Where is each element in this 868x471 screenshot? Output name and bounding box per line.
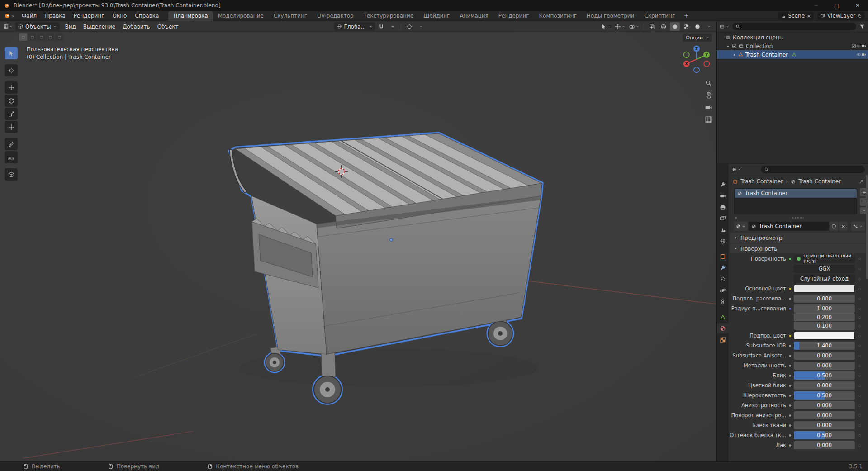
menu-file[interactable]: Файл: [18, 11, 41, 21]
node-tree-button[interactable]: [851, 222, 865, 231]
transform-orientation-dropdown[interactable]: Глоба...: [334, 22, 375, 31]
gizmo-z-negative[interactable]: [694, 67, 699, 72]
workspace-tab-4[interactable]: Текстурирование: [359, 11, 418, 21]
decorator-dot[interactable]: [859, 434, 861, 437]
workspace-tab-10[interactable]: Скриптинг: [639, 11, 680, 21]
value-slider[interactable]: 0.000: [794, 421, 855, 429]
workspace-tab-7[interactable]: Рендеринг: [493, 11, 534, 21]
value-slider[interactable]: 0.000: [794, 295, 855, 303]
pan-hand-icon[interactable]: [705, 91, 712, 99]
properties-tab-output[interactable]: [717, 202, 729, 212]
decorator-dot[interactable]: [859, 375, 861, 377]
value-slider[interactable]: 0.500: [794, 391, 855, 400]
shading-solid-button[interactable]: [670, 22, 680, 31]
properties-tab-tool[interactable]: [717, 179, 729, 190]
scene-selector[interactable]: Scene: [778, 12, 814, 20]
decorator-dot[interactable]: [859, 404, 861, 407]
scale-tool[interactable]: [5, 108, 18, 120]
color-swatch[interactable]: [794, 285, 855, 293]
properties-editor-type[interactable]: [732, 167, 742, 172]
surface-panel-header[interactable]: Поверхность: [730, 244, 867, 253]
gizmo-x-negative[interactable]: [704, 61, 709, 67]
select-mode-set[interactable]: [19, 33, 27, 41]
workspace-tab-0[interactable]: Планировка: [168, 11, 213, 21]
workspace-tab-3[interactable]: UV-редактор: [312, 11, 358, 21]
unlink-material-button[interactable]: [839, 222, 848, 231]
move-tool[interactable]: [5, 81, 18, 94]
workspace-tab-9[interactable]: Ноды геометрии: [582, 11, 640, 21]
decorator-dot[interactable]: [859, 395, 861, 397]
decorator-dot[interactable]: [859, 258, 861, 260]
properties-tab-render[interactable]: [717, 190, 729, 201]
slot-list-grip[interactable]: [734, 215, 857, 220]
gizmos-dropdown[interactable]: [614, 22, 626, 31]
options-dropdown[interactable]: Опции: [683, 34, 712, 42]
camera-view-icon[interactable]: [705, 104, 712, 111]
properties-tab-modifiers[interactable]: [717, 262, 729, 273]
mode-dropdown[interactable]: Объекты: [15, 22, 60, 31]
camera-toggle-icon[interactable]: [861, 52, 866, 57]
viewlayer-selector[interactable]: ViewLayer: [817, 12, 864, 20]
shading-settings[interactable]: [704, 22, 714, 31]
value-slider[interactable]: 0.000: [794, 401, 855, 409]
filter-funnel-icon[interactable]: [859, 24, 865, 30]
enum-dropdown[interactable]: GGX: [794, 265, 855, 273]
outliner-row-0[interactable]: Коллекция сцены: [717, 33, 868, 42]
3d-viewport[interactable]: Пользовательская перспектива (0) Collect…: [0, 32, 716, 461]
decorator-dot[interactable]: [859, 385, 861, 387]
properties-tab-scene[interactable]: [717, 224, 729, 235]
value-slider[interactable]: 0.000: [794, 381, 855, 390]
decorator-dot[interactable]: [859, 414, 861, 417]
close-button[interactable]: ✕: [847, 0, 868, 11]
viewport-menu-object[interactable]: Объект: [154, 24, 182, 30]
decorator-dot[interactable]: [859, 444, 861, 447]
shading-material-button[interactable]: [681, 22, 691, 31]
add-workspace-button[interactable]: +: [680, 11, 693, 21]
copy-icon[interactable]: [858, 14, 862, 18]
workspace-tab-8[interactable]: Композитинг: [534, 11, 582, 21]
decorator-dot[interactable]: [859, 288, 861, 290]
properties-tab-object-data[interactable]: [717, 312, 729, 322]
properties-tab-constraints[interactable]: [717, 296, 729, 307]
viewport-menu-view[interactable]: Вид: [61, 24, 79, 30]
maximize-button[interactable]: □: [826, 0, 847, 11]
value-slider[interactable]: 1.000: [794, 304, 855, 313]
selectability-visibility-dropdown[interactable]: [600, 22, 612, 31]
breadcrumb-object[interactable]: Trash Container: [740, 178, 783, 185]
properties-tab-material[interactable]: [717, 323, 729, 333]
outliner-row-2[interactable]: Trash Container: [717, 50, 868, 59]
shader-node-button[interactable]: Принципиальный BSDF: [794, 255, 855, 263]
list-filter-expander-icon[interactable]: [734, 216, 738, 220]
ortho-grid-icon[interactable]: [705, 116, 712, 124]
outliner-search-input[interactable]: [732, 23, 856, 30]
enum-dropdown[interactable]: Случайный обход: [794, 275, 855, 283]
value-slider[interactable]: 0.000: [794, 411, 855, 419]
breadcrumb-material[interactable]: Trash Container: [798, 178, 841, 185]
menu-edit[interactable]: Правка: [41, 11, 70, 21]
outliner-row-1[interactable]: Collection: [717, 42, 868, 50]
eye-toggle-icon[interactable]: [856, 43, 861, 48]
decorator-dot[interactable]: [859, 278, 861, 280]
annotate-tool[interactable]: [5, 138, 18, 150]
properties-tab-texture[interactable]: [717, 334, 729, 345]
material-name-field[interactable]: Trash Container: [749, 222, 829, 231]
pin-icon[interactable]: [859, 179, 864, 184]
workspace-tab-2[interactable]: Скульптинг: [269, 11, 312, 21]
value-slider[interactable]: 0.000: [794, 362, 855, 370]
navigation-gizmo[interactable]: Z Y X: [679, 42, 714, 76]
properties-search-input[interactable]: [761, 166, 865, 173]
decorator-dot[interactable]: [859, 345, 861, 347]
shading-rendered-button[interactable]: [693, 22, 702, 31]
workspace-tab-5[interactable]: Шейдинг: [418, 11, 455, 21]
expander-icon[interactable]: [732, 52, 738, 58]
decorator-dot[interactable]: [859, 308, 861, 310]
shading-wireframe-button[interactable]: [659, 22, 669, 31]
decorator-dot[interactable]: [859, 335, 861, 337]
fake-user-button[interactable]: [830, 222, 838, 231]
add-cube-tool[interactable]: [5, 168, 18, 181]
exclude-checkbox-icon[interactable]: [732, 43, 737, 48]
overlays-dropdown[interactable]: [628, 22, 640, 31]
list-resize-grip[interactable]: [792, 217, 804, 219]
decorator-dot[interactable]: [859, 298, 861, 300]
editor-type-button[interactable]: [3, 22, 14, 31]
